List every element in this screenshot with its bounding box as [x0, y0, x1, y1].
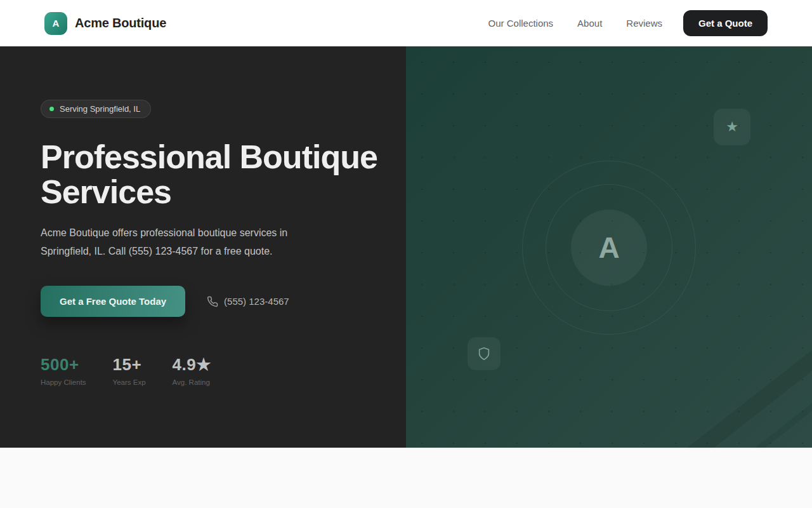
nav-link-about[interactable]: About: [577, 18, 602, 29]
brand-logo-icon: A: [44, 12, 67, 35]
cta-row: Get a Free Quote Today (555) 123-4567: [41, 286, 368, 317]
brand-name: Acme Boutique: [75, 16, 166, 30]
phone-number: (555) 123-4567: [224, 296, 289, 307]
stats-row: 500+ Happy Clients 15+ Years Exp 4.9★ Av…: [41, 355, 368, 386]
stat-avg-rating: 4.9★ Avg. Rating: [173, 355, 211, 386]
hero-description: Acme Boutique offers professional boutiq…: [41, 224, 320, 260]
stat-years-exp: 15+ Years Exp: [113, 355, 146, 386]
shield-card: [468, 337, 501, 370]
nav-link-collections[interactable]: Our Collections: [488, 18, 554, 29]
get-quote-button[interactable]: Get a Quote: [683, 10, 768, 36]
phone-icon: [207, 296, 218, 307]
hero-section: Serving Springfield, IL Professional Bou…: [0, 46, 812, 448]
nav-link-reviews[interactable]: Reviews: [626, 18, 662, 29]
emblem-letter: A: [598, 231, 619, 265]
phone-link[interactable]: (555) 123-4567: [207, 296, 289, 307]
main-nav: Our Collections About Reviews: [488, 18, 662, 29]
page-title: Professional Boutique Services: [41, 140, 409, 210]
hero-graphic-panel: A ★: [406, 46, 812, 448]
free-quote-button[interactable]: Get a Free Quote Today: [41, 286, 185, 317]
star-icon: ★: [726, 119, 738, 135]
shield-icon: [477, 347, 491, 361]
location-badge: Serving Springfield, IL: [41, 100, 151, 118]
hero-content-panel: Serving Springfield, IL Professional Bou…: [0, 46, 406, 448]
brand[interactable]: A Acme Boutique: [44, 12, 166, 35]
stat-value: 500+: [41, 355, 86, 375]
star-card: ★: [714, 109, 750, 145]
brand-emblem: A: [571, 210, 647, 286]
next-section: [0, 448, 812, 508]
stat-label: Happy Clients: [41, 378, 86, 386]
stat-value: 15+: [113, 355, 146, 375]
stat-label: Years Exp: [113, 378, 146, 386]
header: A Acme Boutique Our Collections About Re…: [0, 0, 812, 46]
stat-label: Avg. Rating: [173, 378, 211, 386]
stat-happy-clients: 500+ Happy Clients: [41, 355, 86, 386]
location-badge-label: Serving Springfield, IL: [60, 104, 140, 114]
status-dot-icon: [49, 107, 54, 111]
logo-letter: A: [53, 18, 60, 29]
stat-value: 4.9★: [173, 355, 211, 375]
